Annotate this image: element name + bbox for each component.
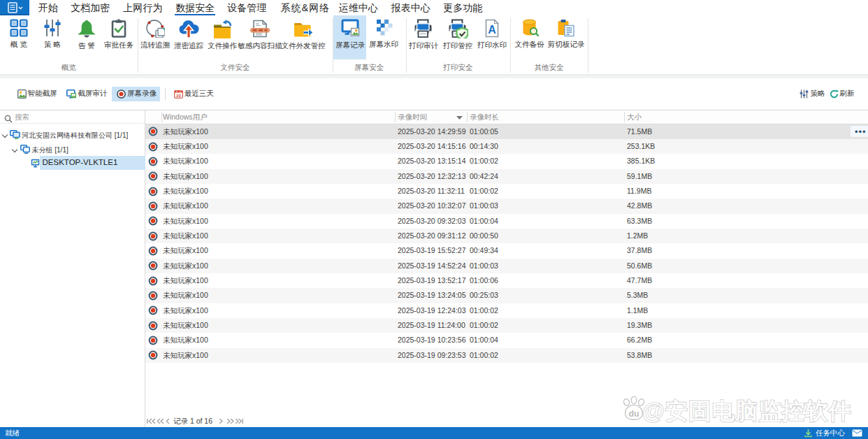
svg-text:23: 23 xyxy=(176,93,181,97)
svg-text:A: A xyxy=(488,24,496,36)
svg-text:du: du xyxy=(628,409,639,419)
svg-text:@安固电脑监控软件: @安固电脑监控软件 xyxy=(642,398,852,424)
